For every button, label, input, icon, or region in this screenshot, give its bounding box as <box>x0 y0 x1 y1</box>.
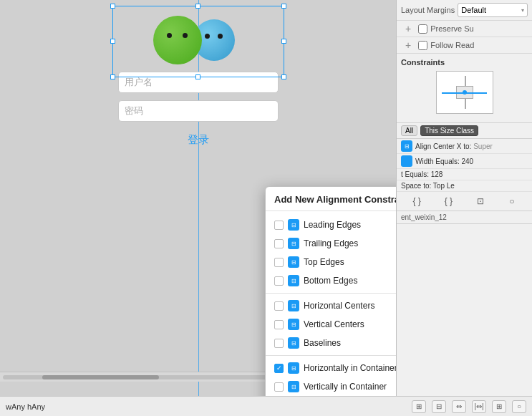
constraint-icon-top: ⊟ <box>288 256 299 268</box>
password-placeholder: 密码 <box>125 105 143 117</box>
eye-left-green <box>167 33 172 38</box>
checkbox-bottom[interactable] <box>274 276 284 286</box>
popup-item-top[interactable]: ⊟ Top Edges ▾ <box>266 253 396 271</box>
toolbar-btn-6[interactable]: ○ <box>512 400 526 413</box>
constraint-icon-bottom: ⊟ <box>288 275 299 286</box>
layout-margins-row: Layout Margins Default ▾ <box>397 0 532 21</box>
canvas-area: 用户名 密码 登录 Add New Alignment Constraints … <box>0 0 396 396</box>
constraint-icon-vcenter: ⊟ <box>288 319 299 330</box>
checkbox-top[interactable] <box>274 258 284 267</box>
eye-right-green <box>183 33 188 38</box>
size-class-row: All This Size Class <box>397 123 532 139</box>
chevron-layout: ▾ <box>521 7 524 14</box>
constraint-width: Width Equals: 240 <box>397 154 532 169</box>
label-vcenter: Vertical Centers <box>304 319 396 329</box>
layout-margins-label: Layout Margins <box>401 6 455 14</box>
checkbox-hcenter[interactable] <box>274 301 284 311</box>
popup-item-baselines[interactable]: ⊟ Baselines ▾ <box>266 334 396 352</box>
handle-tc <box>195 4 200 9</box>
constraints-title: Constraints <box>401 58 528 67</box>
eye-left-blue <box>205 34 210 39</box>
constraints-diagram <box>436 71 493 114</box>
label-trailing: Trailing Edges <box>304 238 396 248</box>
login-button[interactable]: 登录 <box>188 133 209 147</box>
label-h-container: Horizontally in Container <box>304 363 396 373</box>
alignment-constraints-popup: Add New Alignment Constraints ⊟ Leading … <box>265 186 396 396</box>
username-placeholder: 用户名 <box>125 76 153 89</box>
handle-tl <box>110 4 115 9</box>
align-h-icon[interactable]: { } <box>441 194 455 208</box>
checkbox-h-container[interactable]: ✓ <box>274 364 284 373</box>
height-row: t Equals: 128 <box>397 169 532 180</box>
popup-item-v-container[interactable]: ⊟ Vertically in Container 0 ▾ <box>266 377 396 396</box>
popup-separator-1 <box>266 293 396 294</box>
constraint-center <box>463 90 467 95</box>
preserve-label: Preserve Su <box>430 24 474 33</box>
toolbar-icons: ⊞ ⊟ ⇔ |⇔| ⊞ ○ <box>412 400 526 413</box>
constraint-icon-baselines: ⊟ <box>288 337 299 349</box>
toolbar-btn-1[interactable]: ⊞ <box>412 400 426 413</box>
preserve-row: + Preserve Su <box>397 21 532 37</box>
constraint-label-1: Align Center X to: Super <box>415 142 528 150</box>
checkbox-baselines[interactable] <box>274 339 284 348</box>
label-baselines: Baselines <box>304 338 396 348</box>
constraint-icon-hcenter: ⊟ <box>288 300 299 311</box>
popup-item-h-container[interactable]: ✓ ⊟ Horizontally in Container 0 ▾ <box>266 359 396 377</box>
expand-icon[interactable]: { } <box>410 194 424 208</box>
checkbox-v-container[interactable] <box>274 382 284 392</box>
spaceto-row: Space to: Top Le <box>397 180 532 192</box>
handle-ml <box>110 39 115 44</box>
popup-item-trailing[interactable]: ⊟ Trailing Edges ▾ <box>266 234 396 253</box>
preserve-checkbox[interactable] <box>418 24 427 34</box>
popup-item-hcenter[interactable]: ⊟ Horizontal Centers ▾ <box>266 296 396 315</box>
handle-mr <box>281 39 286 44</box>
handle-br <box>281 74 286 79</box>
label-v-container: Vertically in Container <box>304 382 396 392</box>
constraint-icon-v-container: ⊟ <box>288 381 299 392</box>
layout-margins-dropdown[interactable]: Default ▾ <box>458 3 528 17</box>
checkbox-trailing[interactable] <box>274 239 284 248</box>
panel-icon-row: { } { } ⊡ ○ <box>397 192 532 211</box>
label-hcenter: Horizontal Centers <box>304 301 396 311</box>
layout-margins-value: Default <box>461 6 486 14</box>
all-size-class-btn[interactable]: All <box>401 125 417 136</box>
green-icon <box>153 16 202 64</box>
scrollbar-thumb[interactable] <box>42 375 160 379</box>
popup-separator-2 <box>266 355 396 356</box>
label-top: Top Edges <box>304 257 396 267</box>
constraint-icon-h-container: ⊟ <box>288 362 299 374</box>
plus-preserve: + <box>401 23 415 34</box>
follow-row: + Follow Read <box>397 37 532 54</box>
handle-bl <box>110 74 115 79</box>
main-area: 用户名 密码 登录 Add New Alignment Constraints … <box>0 0 532 396</box>
follow-label: Follow Read <box>430 41 474 49</box>
popup-item-leading[interactable]: ⊟ Leading Edges ▾ <box>266 216 396 234</box>
toolbar-btn-3[interactable]: ⇔ <box>452 400 466 413</box>
spaceto-label: Space to: Top Le <box>401 182 528 190</box>
circle-icon[interactable]: ○ <box>505 194 519 208</box>
right-panel: Layout Margins Default ▾ + Preserve Su +… <box>396 0 532 396</box>
popup-title: Add New Alignment Constraints <box>266 194 396 211</box>
height-equals-label: t Equals: 128 <box>401 170 528 178</box>
follow-checkbox[interactable] <box>418 41 427 50</box>
bottom-toolbar: wAny hAny ⊞ ⊟ ⇔ |⇔| ⊞ ○ <box>0 396 532 416</box>
constraint-icon-2 <box>401 155 412 167</box>
wechat-icons <box>153 16 243 64</box>
toolbar-btn-4[interactable]: |⇔| <box>472 400 486 413</box>
popup-item-bottom[interactable]: ⊟ Bottom Edges ▾ <box>266 271 396 290</box>
this-size-class-btn[interactable]: This Size Class <box>420 125 478 136</box>
popup-item-vcenter[interactable]: ⊟ Vertical Centers ▾ <box>266 315 396 334</box>
identifier-text: ent_weixin_12 <box>401 213 447 221</box>
checkbox-vcenter[interactable] <box>274 320 284 329</box>
constraint-icon-leading: ⊟ <box>288 219 299 231</box>
password-field: 密码 <box>118 100 279 122</box>
username-field: 用户名 <box>118 72 279 93</box>
checkbox-leading[interactable] <box>274 221 284 230</box>
label-bottom: Bottom Edges <box>304 276 396 286</box>
constraint-align-center: ⊟ Align Center X to: Super <box>397 139 532 154</box>
green-face <box>153 16 202 64</box>
toolbar-btn-2[interactable]: ⊟ <box>432 400 446 413</box>
pin-icon[interactable]: ⊡ <box>473 194 488 208</box>
toolbar-btn-5[interactable]: ⊞ <box>492 400 506 413</box>
constraint-icon-1: ⊟ <box>401 140 412 152</box>
